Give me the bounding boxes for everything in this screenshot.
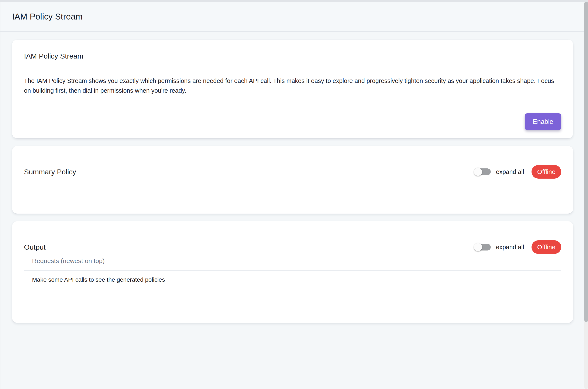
requests-empty-message: Make some API calls to see the generated… (24, 271, 561, 283)
toggle-knob (474, 168, 482, 176)
output-title: Output (24, 243, 474, 251)
intro-card-description: The IAM Policy Stream shows you exactly … (24, 76, 561, 96)
intro-card-title: IAM Policy Stream (24, 52, 561, 60)
window-top-strip (0, 0, 588, 2)
summary-status-badge: Offline (532, 165, 561, 179)
output-header-row: Output expand all Offline (24, 221, 561, 256)
enable-button[interactable]: Enable (525, 113, 561, 130)
summary-policy-header-row: Summary Policy expand all Offline (24, 146, 561, 180)
toggle-knob (474, 243, 482, 251)
scrollbar-track[interactable] (584, 2, 588, 389)
window-left-edge (0, 2, 0, 389)
requests-section: Requests (newest on top) Make some API c… (24, 257, 561, 283)
intro-card: IAM Policy Stream The IAM Policy Stream … (12, 40, 573, 138)
requests-heading-row: Requests (newest on top) (24, 257, 561, 271)
output-expand-all-label: expand all (496, 244, 524, 251)
summary-policy-controls: expand all Offline (474, 165, 561, 179)
output-card: Output expand all Offline Requests (newe… (12, 221, 573, 323)
page-header: IAM Policy Stream (0, 2, 584, 32)
summary-policy-card: Summary Policy expand all Offline (12, 146, 573, 214)
scrollbar-thumb[interactable] (584, 2, 588, 322)
output-status-badge: Offline (532, 240, 561, 254)
summary-policy-title: Summary Policy (24, 168, 474, 176)
page-title: IAM Policy Stream (12, 12, 83, 21)
summary-expand-all-label: expand all (496, 168, 524, 175)
output-expand-all-toggle[interactable] (476, 244, 491, 251)
summary-expand-all-toggle[interactable] (476, 168, 491, 175)
requests-heading: Requests (newest on top) (32, 257, 105, 264)
main-content: IAM Policy Stream The IAM Policy Stream … (12, 32, 573, 323)
output-controls: expand all Offline (474, 240, 561, 254)
